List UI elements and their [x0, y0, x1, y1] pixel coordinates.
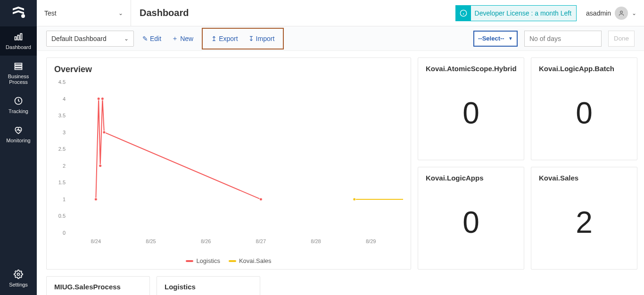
svg-rect-4: [15, 66, 22, 67]
sidebar-item-dashboard[interactable]: Dashboard: [0, 26, 37, 56]
legend-item[interactable]: Logistics: [186, 257, 220, 264]
legend-label: Kovai.Sales: [239, 257, 272, 264]
sidebar-item-label: Tracking: [8, 108, 28, 114]
dashboard-select-label: Default Dashboard: [51, 35, 107, 42]
license-badge[interactable]: Developer License : a month Left: [455, 5, 577, 21]
username: asadmin: [586, 9, 611, 17]
import-button[interactable]: ↧ Import: [247, 32, 277, 45]
svg-text:4.5: 4.5: [58, 79, 66, 85]
plus-icon: ＋: [172, 34, 178, 43]
dashboard-select[interactable]: Default Dashboard ⌄: [46, 31, 134, 47]
svg-text:2: 2: [63, 163, 66, 169]
gear-icon: [14, 270, 23, 280]
svg-text:1: 1: [63, 197, 66, 202]
edit-button[interactable]: ✎ Edit: [140, 32, 163, 45]
stat-title: Kovai.LogicApp.Batch: [539, 65, 629, 73]
bottom-card-title: Logistics: [165, 283, 196, 291]
bottom-card-miug: MIUG.SalesProcess: [46, 276, 150, 295]
bottom-card-logistics: Logistics: [157, 276, 260, 295]
stat-card-batch: Kovai.LogicApp.Batch 0: [531, 57, 637, 160]
stat-card-logicapps: Kovai.LogicApps 0: [418, 167, 524, 270]
upload-icon: ↥: [211, 35, 217, 42]
license-text: Developer License : a month Left: [475, 9, 571, 17]
legend-swatch: [229, 260, 236, 262]
stat-value: 0: [426, 182, 516, 262]
chevron-down-icon: ⌄: [124, 35, 129, 42]
stat-title: Kovai.LogicApps: [426, 174, 516, 182]
edit-label: Edit: [150, 35, 161, 42]
svg-text:2.5: 2.5: [58, 146, 66, 152]
stat-card-sales: Kovai.Sales 2: [531, 167, 637, 270]
overview-card: Overview 00.511.522.533.544.58/248/258/2…: [46, 57, 411, 270]
svg-point-26: [94, 198, 97, 201]
page-title: Dashboard: [140, 8, 189, 18]
info-icon: [456, 6, 471, 21]
overview-title: Overview: [54, 65, 403, 74]
svg-rect-5: [15, 68, 22, 69]
filter-select-label: --Select--: [478, 35, 504, 42]
sidebar-item-label: Monitoring: [6, 138, 30, 143]
svg-text:0: 0: [63, 230, 66, 236]
legend-swatch: [186, 260, 193, 262]
days-input[interactable]: [524, 31, 602, 47]
chart-legend: LogisticsKovai.Sales: [54, 257, 403, 264]
toolbar: Default Dashboard ⌄ ✎ Edit ＋ New ↥ Expor…: [37, 26, 644, 51]
svg-text:8/24: 8/24: [91, 238, 101, 244]
svg-point-28: [99, 164, 102, 167]
sidebar-item-monitoring[interactable]: Monitoring: [0, 120, 37, 149]
svg-rect-0: [15, 37, 17, 40]
filter-select[interactable]: --Select-- ▼: [473, 31, 518, 47]
svg-point-27: [97, 98, 100, 100]
legend-label: Logistics: [196, 257, 220, 264]
stat-value: 2: [539, 182, 629, 262]
clock-icon: [14, 96, 23, 107]
svg-point-29: [101, 98, 104, 100]
svg-text:8/29: 8/29: [366, 238, 376, 244]
svg-text:3.5: 3.5: [58, 113, 66, 118]
app-logo: [0, 0, 37, 26]
svg-rect-2: [20, 33, 22, 40]
legend-item[interactable]: Kovai.Sales: [229, 257, 272, 264]
sidebar: Dashboard Business Process Tracking Moni…: [0, 0, 37, 295]
svg-text:8/28: 8/28: [311, 238, 321, 244]
svg-rect-3: [15, 63, 22, 65]
download-icon: ↧: [248, 35, 254, 42]
sidebar-item-business-process[interactable]: Business Process: [0, 56, 37, 90]
sidebar-item-tracking[interactable]: Tracking: [0, 90, 37, 120]
bottom-card-title: MIUG.SalesProcess: [54, 283, 121, 291]
new-button[interactable]: ＋ New: [170, 32, 195, 46]
svg-text:8/25: 8/25: [146, 238, 156, 244]
done-button[interactable]: Done: [608, 31, 635, 47]
svg-rect-1: [17, 35, 19, 40]
stat-value: 0: [426, 73, 516, 153]
layers-icon: [14, 61, 23, 72]
svg-text:8/26: 8/26: [201, 238, 211, 244]
svg-text:3: 3: [63, 130, 66, 135]
svg-point-7: [17, 273, 20, 276]
svg-text:8/27: 8/27: [256, 238, 266, 244]
stat-card-hybrid: Kovai.AtomicScope.Hybrid 0: [418, 57, 524, 160]
sidebar-item-settings[interactable]: Settings: [0, 264, 37, 293]
workspace-select[interactable]: Test ⌄: [37, 0, 131, 26]
svg-point-30: [103, 131, 106, 134]
stat-value: 0: [539, 73, 629, 153]
new-label: New: [180, 35, 193, 42]
user-menu[interactable]: asadmin ⌄: [586, 7, 636, 20]
export-button[interactable]: ↥ Export: [209, 32, 239, 45]
chart-bar-icon: [14, 32, 23, 42]
svg-point-9: [620, 11, 623, 13]
export-label: Export: [219, 35, 238, 42]
svg-text:1.5: 1.5: [58, 180, 66, 185]
svg-point-32: [353, 198, 356, 201]
import-label: Import: [256, 35, 275, 42]
overview-chart: 00.511.522.533.544.58/248/258/268/278/28…: [54, 77, 403, 256]
chevron-down-icon: ⌄: [118, 10, 123, 16]
topbar: Test ⌄ Dashboard Developer License : a m…: [37, 0, 644, 26]
sidebar-item-label: Business Process: [2, 74, 35, 85]
avatar: [615, 7, 628, 20]
workspace-label: Test: [44, 9, 57, 17]
svg-point-31: [259, 198, 262, 201]
sidebar-item-label: Settings: [9, 282, 28, 287]
stat-title: Kovai.AtomicScope.Hybrid: [426, 65, 516, 73]
export-import-group: ↥ Export ↧ Import: [202, 28, 284, 49]
